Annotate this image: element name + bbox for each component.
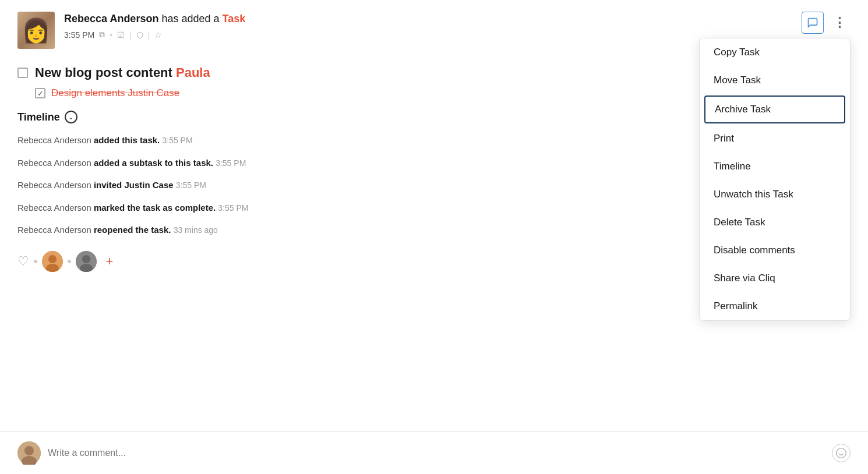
entry-5-user: Rebecca Anderson bbox=[17, 225, 94, 235]
post-time: 3:55 PM bbox=[64, 30, 94, 40]
menu-unwatch-task[interactable]: Unwatch this Task bbox=[700, 181, 850, 208]
commenter-avatar-icon bbox=[17, 441, 41, 465]
entry-1-user: Rebecca Anderson bbox=[17, 135, 94, 145]
svg-point-4 bbox=[82, 255, 90, 263]
menu-share-via-cliq[interactable]: Share via Cliq bbox=[700, 264, 850, 292]
menu-print[interactable]: Print bbox=[700, 125, 850, 153]
dot-separator-1 bbox=[34, 260, 37, 263]
menu-delete-task[interactable]: Delete Task bbox=[700, 208, 850, 236]
user-avatar-gray[interactable] bbox=[76, 251, 97, 272]
user-figure-icon-2 bbox=[76, 251, 97, 272]
task-label[interactable]: Task bbox=[223, 13, 246, 24]
tag-icon[interactable]: ⬡ bbox=[136, 30, 143, 40]
dot-separator-2 bbox=[68, 260, 71, 263]
entry-2-action: added a subtask to this task. bbox=[94, 158, 213, 168]
main-checkbox[interactable] bbox=[17, 68, 28, 78]
chat-button[interactable] bbox=[802, 12, 824, 34]
menu-copy-task[interactable]: Copy Task bbox=[700, 38, 850, 66]
subtask-text: Design elements Justin Case bbox=[51, 87, 179, 99]
entry-2-user: Rebecca Anderson bbox=[17, 158, 94, 168]
add-user-button[interactable]: + bbox=[101, 253, 118, 270]
svg-point-1 bbox=[48, 255, 57, 263]
menu-archive-task[interactable]: Archive Task bbox=[704, 95, 845, 123]
entry-1-time: 3:55 PM bbox=[162, 136, 192, 145]
entry-5-action: reopened the task. bbox=[94, 225, 171, 235]
subtask-highlight: Justin Case bbox=[128, 87, 179, 98]
commenter-avatar bbox=[17, 441, 41, 465]
task-title: New blog post content Paula bbox=[35, 65, 210, 80]
action-phrase: has added a bbox=[161, 13, 219, 24]
chat-icon bbox=[807, 17, 818, 29]
emoji-button[interactable] bbox=[832, 444, 851, 462]
comment-input[interactable] bbox=[48, 448, 825, 458]
entry-3-action: invited Justin Case bbox=[94, 180, 174, 190]
comment-area bbox=[0, 431, 868, 474]
svg-point-7 bbox=[24, 446, 34, 455]
menu-permalink[interactable]: Permalink bbox=[700, 292, 850, 320]
entry-4-time: 3:55 PM bbox=[218, 203, 248, 213]
separator-2: | bbox=[129, 30, 132, 40]
header-info: Rebecca Anderson has added a Task 3:55 P… bbox=[64, 12, 851, 40]
separator-3: | bbox=[148, 30, 150, 40]
entry-3-user: Rebecca Anderson bbox=[17, 180, 94, 190]
main-container: ⋮ Rebecca Anderson has added a Task 3:55… bbox=[0, 0, 868, 474]
entry-4-action: marked the task as complete. bbox=[94, 203, 216, 213]
entry-2-time: 3:55 PM bbox=[216, 158, 246, 168]
menu-disable-comments[interactable]: Disable comments bbox=[700, 236, 850, 264]
dropdown-menu: Copy Task Move Task Archive Task Print T… bbox=[699, 38, 851, 321]
menu-move-task[interactable]: Move Task bbox=[700, 66, 850, 94]
task-title-prefix: New blog post content bbox=[35, 65, 172, 80]
separator-1: • bbox=[110, 30, 112, 40]
user-name: Rebecca Anderson bbox=[64, 13, 158, 24]
timeline-title: Timeline bbox=[17, 111, 60, 123]
checkbox-icon[interactable]: ☑ bbox=[117, 30, 125, 40]
menu-timeline[interactable]: Timeline bbox=[700, 153, 850, 181]
user-avatar-orange[interactable] bbox=[42, 251, 63, 272]
header-title: Rebecca Anderson has added a Task bbox=[64, 12, 851, 26]
star-icon[interactable]: ☆ bbox=[154, 30, 162, 40]
top-right-actions: ⋮ bbox=[802, 12, 851, 34]
svg-point-9 bbox=[837, 448, 846, 458]
external-link-icon[interactable]: ⧉ bbox=[99, 30, 105, 40]
entry-3-time: 3:55 PM bbox=[176, 181, 206, 190]
user-avatar bbox=[17, 12, 55, 49]
more-options-button[interactable]: ⋮ bbox=[828, 12, 851, 34]
user-figure-icon bbox=[42, 251, 63, 272]
subtask-checkbox[interactable]: ✓ bbox=[35, 88, 45, 98]
entry-1-action: added this task. bbox=[94, 135, 160, 145]
subtask-prefix: Design elements bbox=[51, 87, 125, 98]
entry-5-time: 33 mins ago bbox=[174, 225, 218, 235]
heart-icon[interactable]: ♡ bbox=[17, 254, 29, 269]
task-title-highlight: Paula bbox=[176, 65, 210, 80]
entry-4-user: Rebecca Anderson bbox=[17, 203, 94, 213]
avatar-image bbox=[17, 12, 55, 49]
timeline-chevron-icon: ⌄ bbox=[65, 111, 77, 123]
emoji-icon bbox=[835, 447, 847, 459]
